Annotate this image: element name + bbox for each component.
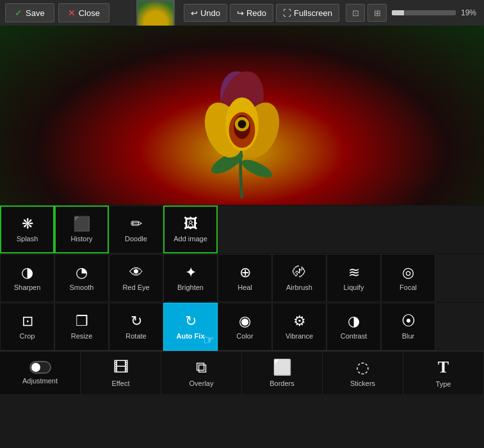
red-eye-icon: 👁 <box>129 266 143 280</box>
tab-stickers[interactable]: ◌ Stickers <box>323 351 403 394</box>
stickers-icon: ◌ <box>356 358 369 376</box>
tools-section: ❋ Splash ⬛ History ✏ Doodle 🖼 Add image … <box>0 205 484 351</box>
redo-label: Redo <box>246 8 266 18</box>
smooth-label: Smooth <box>70 284 94 291</box>
borders-icon: ⬜ <box>273 358 292 376</box>
thumbnail-area <box>136 0 175 26</box>
adjustment-label: Adjustment <box>22 377 58 385</box>
save-button[interactable]: ✓ Save <box>5 3 54 22</box>
close-icon: ✕ <box>68 8 76 18</box>
stickers-label: Stickers <box>350 380 375 387</box>
airbrush-label: Airbrush <box>286 284 312 291</box>
vibrance-label: Vibrance <box>286 332 313 340</box>
airbrush-icon: 〄 <box>293 266 307 280</box>
zoom-controls: ⊡ ⊞ 19% <box>346 4 479 22</box>
red-eye-label: Red Eye <box>122 284 149 291</box>
type-icon: T <box>438 358 449 377</box>
resize-label: Resize <box>71 332 93 340</box>
borders-label: Borders <box>270 380 294 387</box>
tool-rotate[interactable]: ↻ Rotate <box>109 303 163 351</box>
crop-label: Crop <box>20 332 35 340</box>
color-label: Color <box>236 332 253 340</box>
effect-label: Effect <box>112 380 130 387</box>
undo-icon: ↩ <box>191 8 198 18</box>
close-label: Close <box>79 8 100 18</box>
splash-label: Splash <box>17 235 38 243</box>
tool-color[interactable]: ◉ Color <box>218 303 272 351</box>
action-buttons: ↩ Undo ↪ Redo ⛶ Fullscreen <box>184 4 339 22</box>
canvas-area <box>0 26 484 205</box>
rotate-label: Rotate <box>125 332 146 340</box>
fullscreen-icon: ⛶ <box>283 8 291 18</box>
tab-adjustment[interactable]: Adjustment <box>0 351 81 394</box>
heal-icon: ⊕ <box>239 266 251 280</box>
history-label: History <box>70 235 92 243</box>
tools-row-2: ◑ Sharpen ◔ Smooth 👁 Red Eye ✦ Brighten … <box>0 253 484 302</box>
tool-red-eye[interactable]: 👁 Red Eye <box>109 254 163 302</box>
tools-row-3: ⊡ Crop ❒ Resize ↻ Rotate ↻ Auto Fix ☞ ◉ … <box>0 302 484 351</box>
effect-icon: 🎞 <box>113 358 129 376</box>
tool-doodle[interactable]: ✏ Doodle <box>109 205 163 253</box>
fullscreen-button[interactable]: ⛶ Fullscreen <box>276 4 339 22</box>
flower-svg <box>178 32 306 198</box>
bottom-tab-bar: Adjustment 🎞 Effect ⧉ Overlay ⬜ Borders … <box>0 351 484 394</box>
tool-focal[interactable]: ◎ Focal <box>381 254 435 302</box>
tab-type[interactable]: T Type <box>403 351 484 394</box>
contrast-label: Contrast <box>341 332 367 340</box>
add-image-label: Add image <box>173 235 207 243</box>
tool-smooth[interactable]: ◔ Smooth <box>54 254 109 302</box>
tools-row-1: ❋ Splash ⬛ History ✏ Doodle 🖼 Add image <box>0 205 484 253</box>
check-icon: ✓ <box>15 8 22 18</box>
liquify-label: Liquify <box>344 284 364 291</box>
smooth-icon: ◔ <box>76 266 88 280</box>
color-icon: ◉ <box>239 314 251 328</box>
blur-icon: ⦿ <box>401 314 415 328</box>
add-image-icon: 🖼 <box>184 217 198 231</box>
tool-blur[interactable]: ⦿ Blur <box>381 303 435 351</box>
liquify-icon: ≋ <box>348 266 360 280</box>
tool-vibrance[interactable]: ⚙ Vibrance <box>272 303 327 351</box>
tab-effect[interactable]: 🎞 Effect <box>81 351 161 394</box>
brighten-label: Brighten <box>177 284 204 291</box>
sharpen-label: Sharpen <box>14 284 41 291</box>
undo-button[interactable]: ↩ Undo <box>184 4 227 22</box>
tab-overlay[interactable]: ⧉ Overlay <box>161 351 242 394</box>
fullscreen-label: Fullscreen <box>294 8 332 18</box>
redo-button[interactable]: ↪ Redo <box>230 4 273 22</box>
close-button[interactable]: ✕ Close <box>58 3 109 22</box>
tool-history[interactable]: ⬛ History <box>54 205 109 253</box>
tool-sharpen[interactable]: ◑ Sharpen <box>0 254 54 302</box>
tab-borders[interactable]: ⬜ Borders <box>242 351 323 394</box>
percent-label: 19% <box>461 8 479 17</box>
resize-icon: ❒ <box>76 314 88 328</box>
tool-heal[interactable]: ⊕ Heal <box>218 254 272 302</box>
splash-icon: ❋ <box>22 217 33 231</box>
doodle-label: Doodle <box>125 235 147 243</box>
tool-add-image[interactable]: 🖼 Add image <box>163 205 218 253</box>
focal-label: Focal <box>399 284 417 291</box>
auto-fix-icon: ↻ <box>185 314 197 328</box>
tool-crop[interactable]: ⊡ Crop <box>0 303 54 351</box>
tool-liquify[interactable]: ≋ Liquify <box>327 254 381 302</box>
save-label: Save <box>26 8 45 18</box>
tool-auto-fix[interactable]: ↻ Auto Fix ☞ <box>163 303 218 351</box>
contrast-icon: ◑ <box>348 314 360 328</box>
overlay-icon: ⧉ <box>196 358 207 376</box>
tool-resize[interactable]: ❒ Resize <box>54 303 109 351</box>
tool-splash[interactable]: ❋ Splash <box>0 205 54 253</box>
svg-point-10 <box>238 120 246 128</box>
history-icon: ⬛ <box>73 217 90 231</box>
brighten-icon: ✦ <box>185 266 197 280</box>
progress-bar <box>392 10 456 15</box>
redo-icon: ↪ <box>237 8 244 18</box>
tool-airbrush[interactable]: 〄 Airbrush <box>272 254 327 302</box>
tool-contrast[interactable]: ◑ Contrast <box>327 303 381 351</box>
crop-icon: ⊡ <box>22 314 33 328</box>
progress-fill <box>392 10 404 15</box>
tool-brighten[interactable]: ✦ Brighten <box>163 254 218 302</box>
zoom-icon-1[interactable]: ⊡ <box>346 4 365 22</box>
flower-background <box>0 26 484 205</box>
adjustment-icon <box>29 361 51 374</box>
rotate-icon: ↻ <box>131 314 142 328</box>
zoom-icon-2[interactable]: ⊞ <box>367 4 387 22</box>
